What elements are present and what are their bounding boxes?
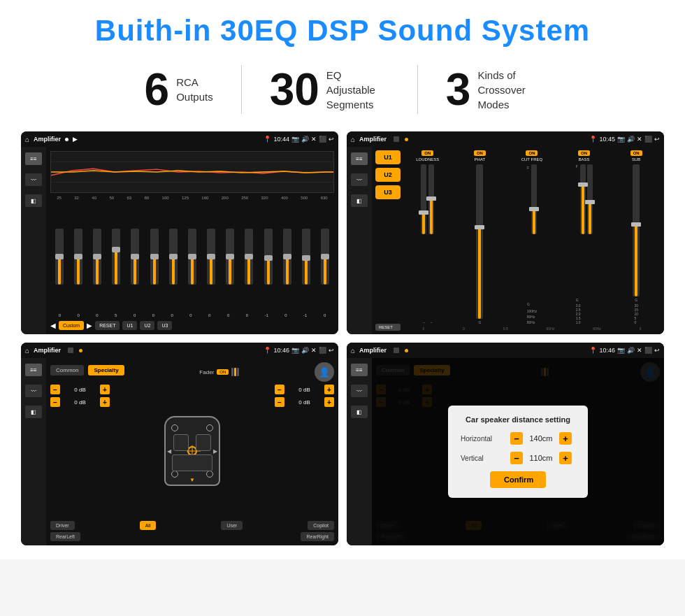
eq-slider-13[interactable] bbox=[283, 229, 291, 285]
crossover-reset-btn[interactable]: RESET bbox=[375, 324, 401, 331]
eq-slider-3[interactable] bbox=[93, 229, 101, 285]
dialog-confirm-button[interactable]: Confirm bbox=[490, 471, 546, 488]
eq-sidebar-eq-icon[interactable]: ≡≡ bbox=[25, 152, 42, 165]
eq-slider-15[interactable] bbox=[321, 229, 329, 285]
crossover-loudness-slider2[interactable] bbox=[428, 164, 434, 234]
fader-rear-left-minus[interactable]: − bbox=[275, 385, 284, 394]
crossover-vol-icon: 🔊 bbox=[627, 136, 635, 143]
fader-rearleft-btn[interactable]: RearLeft bbox=[50, 532, 80, 541]
distance-sidebar-vol-icon[interactable]: ◧ bbox=[351, 406, 368, 418]
fader-rear-left-plus[interactable]: + bbox=[324, 385, 334, 394]
fader-rear-right-minus[interactable]: − bbox=[275, 397, 284, 407]
crossover-close-icon: ✕ bbox=[637, 136, 642, 143]
crossover-cutfreq-sliders: FG 100Hz 90Hz bbox=[527, 164, 537, 324]
crossover-phat-slider[interactable] bbox=[476, 164, 483, 319]
fader-front-right-plus[interactable]: + bbox=[100, 397, 110, 407]
fader-tab-specialty[interactable]: Specialty bbox=[88, 365, 124, 375]
crossover-u1-btn[interactable]: U1 bbox=[375, 150, 401, 164]
crossover-phat-on[interactable]: ON bbox=[474, 150, 486, 156]
crossover-topbar-icons: 📍 10:45 📷 🔊 ✕ ⬛ ↩ bbox=[589, 136, 660, 143]
dialog-horizontal-row: Horizontal − 140cm + bbox=[461, 432, 575, 445]
stat-eq-number: 30 bbox=[270, 67, 319, 112]
eq-slider-1[interactable] bbox=[55, 229, 64, 285]
fader-front-right-minus[interactable]: − bbox=[50, 397, 60, 407]
eq-slider-8[interactable] bbox=[188, 229, 196, 285]
eq-slider-10[interactable] bbox=[226, 229, 234, 285]
distance-dot bbox=[405, 349, 408, 352]
eq-close-icon: ✕ bbox=[311, 136, 317, 143]
fader-vol-icon: 🔊 bbox=[301, 347, 309, 354]
crossover-sidebar-vol-icon[interactable]: ◧ bbox=[351, 194, 368, 207]
eq-slider-7[interactable] bbox=[169, 229, 178, 285]
fader-top-row: Common Specialty Fader ON bbox=[50, 362, 334, 382]
fader-front-left-minus[interactable]: − bbox=[50, 385, 60, 394]
fader-sidebar-eq-icon[interactable]: ≡≡ bbox=[25, 364, 42, 376]
eq-slider-9[interactable] bbox=[207, 229, 215, 285]
fader-user-btn[interactable]: User bbox=[221, 521, 243, 530]
fader-rearright-btn[interactable]: RearRight bbox=[301, 532, 334, 541]
eq-u3-btn[interactable]: U3 bbox=[157, 321, 172, 330]
eq-slider-5[interactable] bbox=[131, 229, 139, 285]
fader-all-btn[interactable]: All bbox=[140, 521, 157, 530]
fader-window-icon: ⬛ bbox=[319, 347, 326, 354]
eq-slider-4[interactable] bbox=[112, 229, 120, 285]
eq-slider-11[interactable] bbox=[245, 229, 253, 285]
eq-u1-btn[interactable]: U1 bbox=[122, 321, 137, 330]
crossover-sub-on[interactable]: ON bbox=[630, 150, 642, 156]
crossover-sidebar-wave-icon[interactable]: 〰 bbox=[351, 173, 368, 186]
fader-profile-icon[interactable]: 👤 bbox=[315, 362, 334, 382]
eq-next-btn[interactable]: ▶ bbox=[87, 322, 92, 329]
fader-sidebar-vol-icon[interactable]: ◧ bbox=[25, 406, 42, 418]
fader-sidebar-wave-icon[interactable]: 〰 bbox=[25, 385, 42, 397]
dialog-vertical-value: 110cm bbox=[527, 454, 555, 462]
eq-topbar: ⌂ Amplifier ▶ 📍 10:44 📷 🔊 ✕ ⬛ ↩ bbox=[21, 131, 338, 147]
eq-sidebar-vol-icon[interactable]: ◧ bbox=[25, 194, 42, 207]
crossover-presets: U1 U2 U3 RESET bbox=[375, 150, 401, 331]
crossover-bass-on[interactable]: ON bbox=[578, 150, 590, 156]
eq-custom-btn[interactable]: Custom bbox=[59, 321, 84, 330]
eq-slider-14[interactable] bbox=[302, 229, 310, 285]
car-top-view: ▼ ◀ ▶ bbox=[164, 416, 220, 486]
crossover-cutfreq-slider1[interactable] bbox=[531, 164, 537, 234]
fader-front-right-val: 0 dB bbox=[62, 399, 98, 406]
fader-copilot-btn[interactable]: Copilot bbox=[308, 521, 334, 530]
dialog-vertical-minus[interactable]: − bbox=[510, 452, 523, 464]
crossover-u2-btn[interactable]: U2 bbox=[375, 168, 401, 182]
fader-on-badge[interactable]: ON bbox=[217, 369, 229, 375]
crossover-bass-slider2[interactable] bbox=[587, 164, 593, 234]
crossover-cutfreq-on[interactable]: ON bbox=[526, 150, 538, 156]
crossover-cols-row: ON LOUDNESS bbox=[403, 150, 661, 324]
eq-u2-btn[interactable]: U2 bbox=[140, 321, 154, 330]
eq-reset-btn[interactable]: RESET bbox=[95, 321, 120, 330]
fader-dot bbox=[79, 349, 82, 352]
crossover-sidebar-eq-icon[interactable]: ≡≡ bbox=[351, 152, 368, 165]
fader-rear-right-plus[interactable]: + bbox=[324, 397, 334, 407]
dialog-horizontal-plus[interactable]: + bbox=[559, 432, 572, 445]
fader-pin-icon: 📍 bbox=[264, 347, 271, 354]
eq-prev-btn[interactable]: ◀ bbox=[50, 322, 56, 329]
crossover-bass-slider1[interactable] bbox=[580, 164, 586, 234]
crossover-loudness-label: LOUDNESS bbox=[416, 157, 439, 162]
distance-back-icon: ↩ bbox=[654, 347, 660, 354]
fader-tab-common[interactable]: Common bbox=[50, 365, 84, 375]
crossover-sub-slider[interactable] bbox=[633, 164, 640, 296]
eq-sidebar-wave-icon[interactable]: 〰 bbox=[25, 173, 42, 186]
eq-slider-12[interactable] bbox=[264, 229, 273, 285]
distance-sidebar-wave-icon[interactable]: 〰 bbox=[351, 385, 368, 397]
eq-slider-6[interactable] bbox=[150, 229, 159, 285]
eq-slider-2[interactable] bbox=[74, 229, 82, 285]
crossover-pin-icon: 📍 bbox=[589, 136, 597, 143]
eq-dot1 bbox=[65, 138, 68, 141]
fader-driver-btn[interactable]: Driver bbox=[50, 521, 75, 530]
dialog-vertical-plus[interactable]: + bbox=[559, 452, 572, 464]
crossover-u3-btn[interactable]: U3 bbox=[375, 185, 401, 199]
car-arrow-down: ▼ bbox=[189, 477, 195, 483]
crossover-loudness-slider1[interactable] bbox=[421, 164, 426, 234]
fader-bottom-row: Driver All User Copilot bbox=[50, 521, 334, 530]
eq-values: 0 0 0 5 0 0 0 0 0 0 0 -1 0 -1 0 bbox=[50, 313, 334, 317]
fader-front-left-plus[interactable]: + bbox=[100, 385, 110, 394]
dialog-horizontal-minus[interactable]: − bbox=[510, 432, 523, 445]
fader-content-area: − 0 dB + − 0 dB + bbox=[50, 385, 334, 517]
distance-sidebar-eq-icon[interactable]: ≡≡ bbox=[351, 364, 368, 376]
crossover-loudness-on[interactable]: ON bbox=[421, 150, 433, 156]
